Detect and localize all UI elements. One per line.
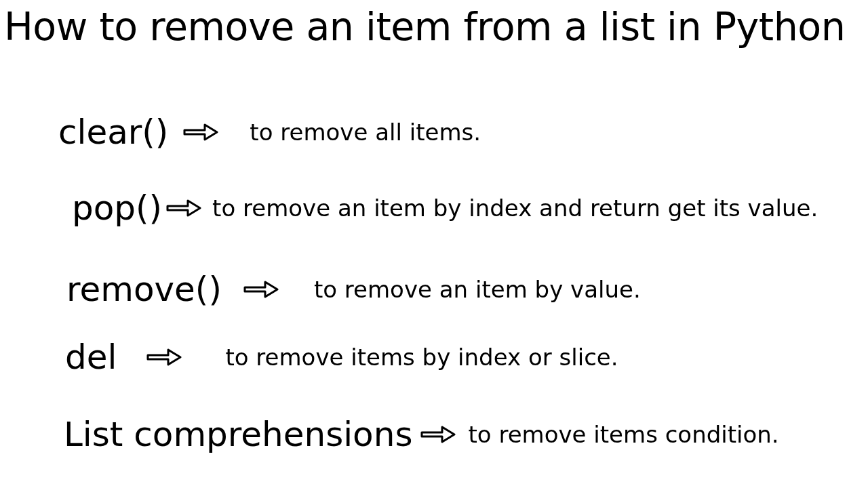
page-title: How to remove an item from a list in Pyt… [4, 4, 845, 49]
arrow-right-icon [183, 122, 218, 142]
arrow-right-icon [146, 347, 182, 367]
method-name: remove() [66, 270, 222, 309]
method-name: List comprehensions [64, 415, 412, 454]
method-row-remove: remove() to remove an item by value. [66, 270, 641, 309]
method-description: to remove an item by value. [314, 276, 641, 303]
method-row-clear: clear() to remove all items. [58, 113, 481, 152]
arrow-right-icon [166, 198, 201, 218]
method-description: to remove all items. [250, 119, 481, 146]
method-description: to remove items condition. [468, 421, 778, 448]
method-description: to remove items by index or slice. [225, 344, 618, 371]
method-row-list-comprehensions: List comprehensions to remove items cond… [64, 415, 779, 454]
method-row-pop: pop() to remove an item by index and ret… [72, 188, 818, 228]
method-name: pop() [72, 188, 162, 228]
method-row-del: del to remove items by index or slice. [65, 338, 618, 377]
method-description: to remove an item by index and return ge… [212, 195, 818, 222]
method-name: del [65, 338, 117, 377]
arrow-right-icon [243, 279, 279, 300]
arrow-right-icon [420, 424, 456, 445]
method-name: clear() [58, 113, 168, 152]
